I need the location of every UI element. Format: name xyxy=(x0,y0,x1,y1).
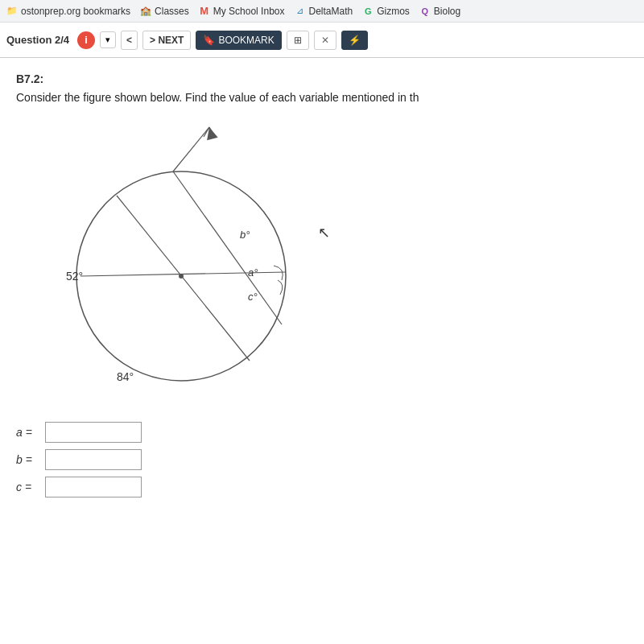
input-b[interactable] xyxy=(45,449,142,470)
inbox-icon: M xyxy=(199,6,210,17)
chevron-dropdown[interactable]: ▾ xyxy=(100,31,116,48)
problem-code: B7.2: xyxy=(16,72,628,85)
problem-description: Consider the figure shown below. Find th… xyxy=(16,90,628,106)
geometry-figure: 52° 84° b° a° c° xyxy=(32,119,338,409)
next-button[interactable]: > NEXT xyxy=(142,31,191,50)
bookmarks-bar: 📁 ostonprep.org bookmarks 🏫 Classes M My… xyxy=(0,0,644,23)
bookmark-icon: 🔖 xyxy=(203,35,215,46)
input-c[interactable] xyxy=(45,477,142,497)
input-row-a: a = xyxy=(16,422,628,443)
question-toolbar: Question 2/4 i ▾ < > NEXT 🔖 BOOKMARK ⊞ ✕… xyxy=(0,23,644,58)
close-button[interactable]: ✕ xyxy=(314,31,336,50)
svg-line-3 xyxy=(117,196,250,361)
gizmos-icon: G xyxy=(362,6,374,17)
info-button[interactable]: i xyxy=(77,31,95,49)
cursor-arrow: ↖ xyxy=(318,224,330,242)
bookmark-deltamath[interactable]: ⊿ DeltaMath xyxy=(294,6,353,17)
bookmark-classes[interactable]: 🏫 Classes xyxy=(140,6,189,17)
prev-button[interactable]: < xyxy=(121,31,138,50)
bookmark-gizmos[interactable]: G Gizmos xyxy=(362,6,410,17)
folder-icon: 📁 xyxy=(6,6,18,17)
input-a[interactable] xyxy=(45,422,142,443)
special-button[interactable]: ⚡ xyxy=(341,31,368,50)
bookmark-biology[interactable]: Q Biolog xyxy=(419,6,460,17)
main-content: B7.2: Consider the figure shown below. F… xyxy=(0,58,644,518)
bookmark-ostonprep[interactable]: 📁 ostonprep.org bookmarks xyxy=(6,6,130,17)
classes-icon: 🏫 xyxy=(140,6,151,17)
svg-text:c°: c° xyxy=(248,291,258,303)
svg-text:84°: 84° xyxy=(117,370,134,383)
svg-line-5 xyxy=(173,127,209,171)
svg-text:b°: b° xyxy=(240,229,250,241)
input-row-c: c = xyxy=(16,477,628,497)
grid-button[interactable]: ⊞ xyxy=(287,31,309,50)
var-c-label: c = xyxy=(16,481,40,493)
var-b-label: b = xyxy=(16,453,40,466)
svg-line-4 xyxy=(173,171,282,324)
svg-text:a°: a° xyxy=(248,266,258,279)
question-counter: Question 2/4 xyxy=(6,34,69,46)
input-row-b: b = xyxy=(16,449,628,470)
figure-area: 52° 84° b° a° c° ↖ xyxy=(32,119,628,409)
bookmark-button[interactable]: 🔖 BOOKMARK xyxy=(196,31,281,50)
deltamath-icon: ⊿ xyxy=(294,6,305,17)
bookmark-inbox[interactable]: M My School Inbox xyxy=(199,6,285,17)
var-a-label: a = xyxy=(16,426,40,439)
biology-icon: Q xyxy=(419,6,431,17)
svg-text:52°: 52° xyxy=(66,270,83,283)
